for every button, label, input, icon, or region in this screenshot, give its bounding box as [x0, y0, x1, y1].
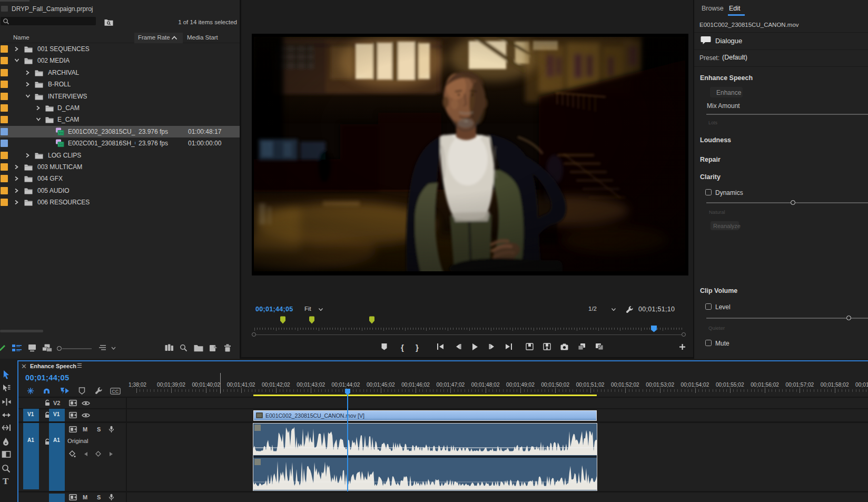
svg-text:T: T	[3, 477, 9, 486]
svg-text:CC: CC	[112, 389, 119, 394]
